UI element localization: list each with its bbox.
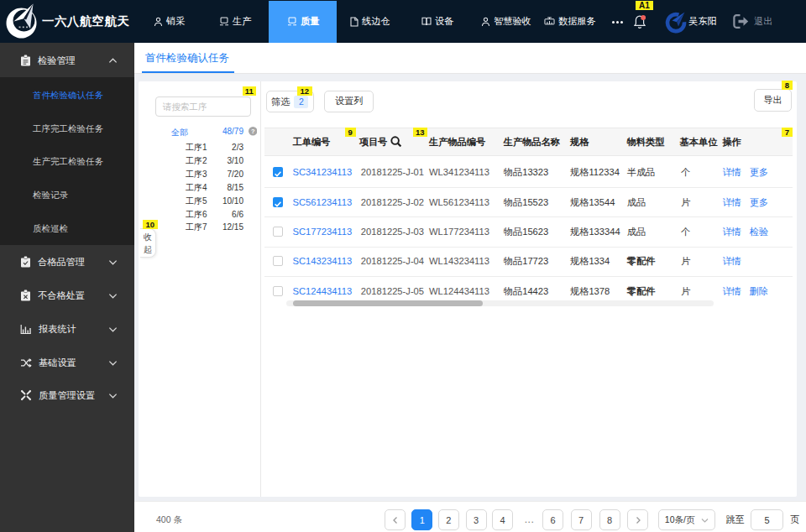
svg-text:?: ? — [250, 128, 254, 135]
